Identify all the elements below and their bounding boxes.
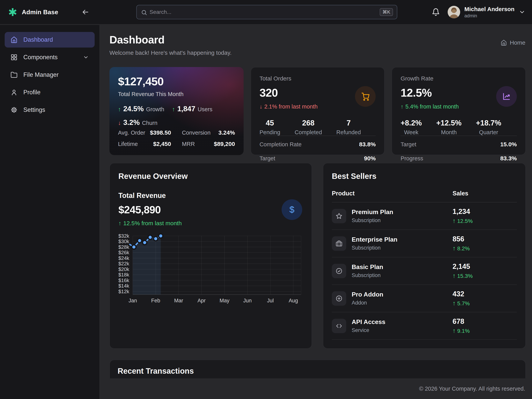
growth-users-line: ↑ 24.5% Growth ↑ 1,847 Users (118, 105, 235, 113)
bell-icon (432, 8, 440, 16)
revenue-value: $127,450 (118, 75, 235, 88)
arrow-up-icon: ↑ (453, 245, 456, 252)
arrow-up-icon: ↑ (453, 272, 456, 279)
growth-value: 24.5% (123, 105, 144, 113)
revenue-chart-svg: $32k$30k$28k$26k$24k$22k$20k$18k$16k$14k… (118, 233, 303, 308)
sidebar-item-label: File Manager (23, 71, 59, 78)
mini-stat-label: MRR (182, 141, 195, 147)
product-delta-text: 12.5% (457, 218, 473, 224)
svg-text:Apr: Apr (197, 298, 206, 303)
stats-row: $127,450 Total Revenue This Month ↑ 24.5… (109, 67, 526, 155)
target-row: Target 90% (260, 155, 376, 162)
users-value: 1,847 (177, 105, 195, 113)
total-revenue-value: $245,890 (118, 204, 276, 216)
sidebar: Dashboard Components File Manager (0, 25, 100, 399)
sidebar-item-dashboard[interactable]: Dashboard (5, 32, 95, 48)
total-revenue-delta-text: 12.5% from last month (123, 220, 182, 227)
product-category: Subscription (352, 272, 383, 278)
recent-transactions-title: Recent Transactions (118, 367, 518, 375)
svg-text:$26k: $26k (118, 250, 129, 255)
mini-stat-label: Avg. Order (118, 129, 145, 136)
product-icon-chip (332, 319, 346, 333)
search-shortcut-badge: ⌘K (380, 8, 393, 16)
brand-name: Admin Base (22, 9, 58, 16)
best-sellers-header: Product Sales (332, 190, 517, 197)
revenue-overview-panel: Revenue Overview Total Revenue $245,890 … (109, 163, 312, 349)
product-delta: ↑ 5.7% (453, 300, 517, 307)
product-delta: ↑ 8.2% (453, 245, 517, 252)
sidebar-item-label: Components (23, 54, 58, 61)
arrow-down-icon: ↓ (260, 103, 262, 110)
revenue-label: Total Revenue This Month (118, 91, 235, 97)
churn-label: Churn (142, 120, 157, 126)
mid-row: Revenue Overview Total Revenue $245,890 … (109, 163, 526, 349)
arrow-left-icon (81, 8, 89, 16)
svg-text:Aug: Aug (289, 298, 298, 303)
week-label: Week (400, 129, 422, 135)
search-input[interactable] (150, 9, 380, 15)
product-delta: ↑ 12.5% (453, 217, 517, 225)
home-icon (11, 36, 18, 43)
arrow-up-icon: ↑ (118, 106, 121, 113)
main-area: Dashboard Welcome back! Here's what's ha… (100, 25, 532, 399)
pending-label: Pending (260, 129, 280, 135)
product-name: Premium Plan (352, 208, 393, 216)
product-icon-chip (332, 264, 346, 278)
arrow-up-icon: ↑ (118, 220, 121, 227)
top-bar: Admin Base ⌘K (0, 0, 532, 25)
sidebar-collapse-button[interactable] (81, 8, 89, 16)
mini-stat-value: 3.24% (218, 129, 235, 136)
growth-delta-text: 5.4% from last month (405, 103, 459, 110)
arrow-down-icon: ↓ (118, 120, 121, 126)
chevron-down-icon[interactable] (519, 9, 525, 15)
dollar-icon: $ (289, 204, 294, 215)
svg-text:$30k: $30k (118, 239, 129, 244)
product-sales: 1,234 (453, 207, 517, 216)
product-delta-text: 5.7% (457, 300, 470, 307)
arrow-up-icon: ↑ (453, 300, 456, 307)
product-category: Subscription (352, 245, 398, 251)
best-seller-row: Premium Plan Subscription 1,234 ↑ 12.5% (332, 202, 517, 230)
main-content: Dashboard Welcome back! Here's what's ha… (100, 25, 532, 378)
breadcrumb[interactable]: Home (501, 39, 525, 46)
growth-target-row: Target 15.0% (400, 141, 517, 148)
growth-week: +8.2% Week (400, 119, 422, 135)
sidebar-item-components[interactable]: Components (5, 50, 95, 65)
svg-text:$24k: $24k (118, 255, 129, 261)
completion-value: 83.8% (359, 141, 376, 148)
growth-title: Growth Rate (400, 75, 517, 82)
product-icon-chip (332, 236, 346, 251)
growth-delta: ↑ 5.4% from last month (400, 103, 517, 110)
product-icon-chip (332, 291, 346, 306)
target-label: Target (260, 155, 275, 162)
revenue-stat-card: $127,450 Total Revenue This Month ↑ 24.5… (109, 67, 244, 155)
sidebar-item-profile[interactable]: Profile (5, 84, 95, 100)
search-bar[interactable]: ⌘K (136, 5, 397, 19)
user-names: Michael Anderson admin (464, 6, 514, 19)
churn-line: ↓ 3.2% Churn (118, 118, 235, 127)
best-seller-row: Pro Addon Addon 432 ↑ 5.7% (332, 285, 517, 312)
completed-value: 268 (295, 119, 322, 127)
sidebar-item-settings[interactable]: Settings (5, 102, 95, 118)
revenue-overview-title: Revenue Overview (118, 172, 303, 180)
best-sellers-title: Best Sellers (332, 172, 517, 180)
revenue-overview-head: Total Revenue $245,890 ↑ 12.5% from last… (118, 192, 303, 227)
shopping-cart-icon (361, 92, 370, 101)
line-chart-icon (502, 92, 511, 101)
user-menu[interactable]: Michael Anderson admin (448, 6, 525, 19)
mini-stat-value: $398.50 (150, 129, 171, 136)
sidebar-item-label: Profile (23, 89, 40, 96)
orders-delta-text: 2.1% from last month (264, 103, 318, 110)
growth-month: +12.5% Month (436, 119, 462, 135)
notifications-button[interactable] (432, 8, 440, 16)
product-name: Pro Addon (352, 291, 383, 298)
product-category: Subscription (352, 217, 393, 224)
product-delta: ↑ 9.1% (453, 327, 517, 334)
svg-text:$28k: $28k (118, 244, 129, 250)
product-sales: 2,145 (453, 262, 517, 270)
orders-delta: ↓ 2.1% from last month (260, 103, 376, 110)
growth-stat-card: Growth Rate 12.5% ↑ 5.4% from last month (392, 67, 526, 155)
sidebar-item-file-manager[interactable]: File Manager (5, 67, 95, 83)
mini-stat-value: $2,450 (153, 141, 171, 147)
revenue-chart: $32k$30k$28k$26k$24k$22k$20k$18k$16k$14k… (118, 233, 303, 308)
